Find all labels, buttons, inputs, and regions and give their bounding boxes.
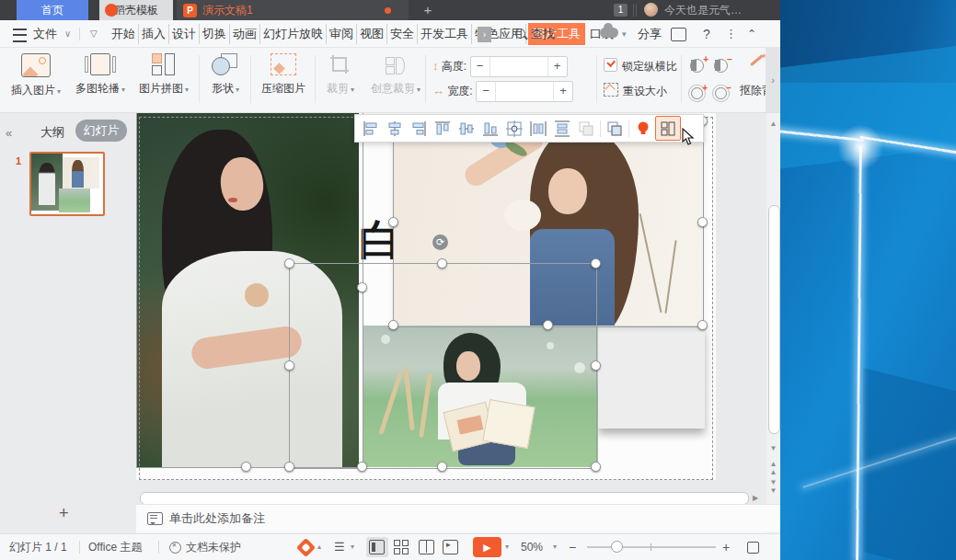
add-slide-button[interactable]: + (59, 504, 69, 523)
reset-size-button[interactable]: 重设大小 (604, 83, 667, 99)
resize-handle[interactable] (591, 360, 601, 371)
slide-1-thumbnail[interactable] (29, 152, 105, 216)
resize-handle[interactable] (591, 258, 601, 269)
resize-handle[interactable] (437, 462, 447, 472)
presenter-view-icon[interactable] (443, 540, 458, 554)
height-value[interactable] (491, 57, 547, 76)
theme-name[interactable]: Office 主题 (88, 534, 142, 560)
notes-placeholder[interactable]: 单击此处添加备注 (169, 505, 265, 532)
insert-picture-button[interactable]: 插入图片▾ (7, 53, 64, 98)
width-stepper[interactable]: − + (476, 81, 573, 102)
ribbon-tab-view[interactable]: 视图 (357, 24, 387, 44)
window-count-badge[interactable]: 1 (614, 4, 628, 17)
collapse-ribbon-icon[interactable]: ⌃ (747, 20, 756, 48)
picture-layout-icon[interactable] (655, 116, 681, 141)
tab-document[interactable]: 演示文稿1 (177, 0, 409, 20)
share-button[interactable]: 分享 (638, 20, 662, 48)
align-right-icon[interactable] (407, 117, 431, 140)
resize-handle[interactable] (284, 360, 294, 371)
protection-status[interactable]: 文档未保护 (186, 534, 241, 560)
brightness-increase-button[interactable]: + (691, 86, 703, 103)
zoom-level[interactable]: 50% (521, 534, 543, 560)
checkbox-checked-icon[interactable] (604, 58, 617, 72)
collapse-panel-icon[interactable]: « (6, 126, 12, 140)
cast-screen-icon[interactable] (671, 28, 686, 41)
center-on-slide-icon[interactable] (502, 117, 526, 140)
resize-handle[interactable] (697, 217, 708, 227)
search-button[interactable]: 查找 (531, 20, 555, 48)
height-plus-button[interactable]: + (547, 57, 567, 76)
resize-handle[interactable] (241, 462, 251, 472)
tab-overflow-button[interactable]: › (478, 27, 491, 42)
slide-canvas[interactable]: 空白 (136, 113, 766, 504)
resize-handle[interactable] (591, 462, 601, 472)
quick-access-caret-icon[interactable]: ▽ (90, 20, 98, 48)
vertical-scrollbar-thumb[interactable] (768, 205, 780, 434)
scroll-right-icon[interactable]: ▶ (753, 494, 758, 502)
reading-view-icon[interactable] (419, 540, 434, 554)
zoom-slider-track[interactable] (587, 546, 716, 548)
tab-slides[interactable]: 幻灯片 (75, 120, 127, 142)
zoom-out-button[interactable]: − (569, 534, 576, 560)
resize-handle[interactable] (357, 282, 367, 292)
ribbon-tab-design[interactable]: 设计 (169, 24, 200, 44)
ribbon-expand-chevron[interactable]: › (766, 48, 780, 112)
notes-bar[interactable]: 单击此处添加备注 (136, 504, 780, 531)
beautify-caret-icon[interactable]: ▴ (317, 534, 321, 560)
height-stepper[interactable]: − + (470, 56, 568, 77)
resize-handle[interactable] (284, 258, 294, 269)
ribbon-tab-developer[interactable]: 开发工具 (418, 24, 472, 44)
scroll-up-icon[interactable]: ▲ (769, 120, 777, 128)
user-avatar[interactable] (644, 3, 658, 17)
fit-slide-icon[interactable] (747, 542, 759, 554)
ribbon-tab-start[interactable]: 开始 (109, 24, 139, 44)
width-value[interactable] (497, 82, 552, 101)
width-minus-button[interactable]: − (477, 82, 496, 101)
tab-outline[interactable]: 大纲 (40, 124, 64, 141)
resize-handle[interactable] (697, 320, 708, 330)
selection-box-photo3[interactable] (289, 263, 597, 469)
ribbon-tab-insert[interactable]: 插入 (139, 24, 169, 44)
resize-handle[interactable] (388, 217, 398, 227)
width-plus-button[interactable]: + (553, 82, 572, 101)
picture-collage-button[interactable]: 图片拼图▾ (135, 53, 192, 97)
align-top-icon[interactable] (431, 117, 455, 140)
resize-handle[interactable] (437, 258, 447, 269)
resize-handle[interactable] (357, 462, 367, 472)
align-left-icon[interactable] (359, 117, 383, 140)
align-center-horizontal-icon[interactable] (383, 117, 407, 140)
multi-picture-carousel-button[interactable]: 多图轮播▾ (72, 53, 129, 97)
compress-picture-button[interactable]: 压缩图片 (256, 53, 311, 97)
height-minus-button[interactable]: − (471, 57, 490, 76)
resize-handle[interactable] (284, 462, 294, 472)
rotate-handle[interactable]: ⟳ (432, 234, 448, 250)
align-middle-vertical-icon[interactable] (455, 117, 478, 140)
notes-toggle-caret-icon[interactable]: ▾ (351, 534, 354, 560)
file-caret-icon[interactable]: ∨ (64, 20, 71, 48)
tab-home[interactable]: 首页 (17, 0, 88, 20)
bring-to-order-icon[interactable] (603, 117, 627, 140)
slideshow-play-button[interactable]: ▶ (473, 537, 501, 557)
slide-sorter-view-icon[interactable] (394, 540, 409, 554)
search-icon[interactable] (515, 29, 525, 39)
next-slide-icon[interactable]: ▼▼ (769, 478, 777, 495)
align-bottom-icon[interactable] (478, 117, 502, 140)
previous-slide-icon[interactable]: ▲▲ (769, 460, 777, 476)
ribbon-tab-review[interactable]: 审阅 (327, 24, 357, 44)
cloud-caret-icon[interactable]: ▾ (622, 20, 627, 48)
smart-lightbulb-icon[interactable] (631, 117, 655, 140)
zoom-slider-thumb[interactable] (611, 541, 623, 553)
shapes-button[interactable]: 形状▾ (204, 53, 247, 97)
ribbon-tab-transition[interactable]: 切换 (200, 24, 230, 44)
distribute-horizontal-icon[interactable] (526, 117, 550, 140)
ribbon-tab-animation[interactable]: 动画 (230, 24, 260, 44)
file-menu[interactable]: 文件 (33, 20, 57, 48)
beautify-icon[interactable] (296, 538, 316, 557)
cloud-sync-icon[interactable] (600, 28, 618, 38)
view-normal-selected[interactable] (366, 537, 388, 557)
ribbon-tab-slideshow[interactable]: 幻灯片放映 (260, 24, 327, 44)
ribbon-tab-security[interactable]: 安全 (387, 24, 418, 44)
contrast-increase-button[interactable]: + (690, 59, 704, 76)
distribute-vertical-icon[interactable] (550, 117, 574, 140)
user-name[interactable]: 今天也是元气… (664, 0, 742, 20)
